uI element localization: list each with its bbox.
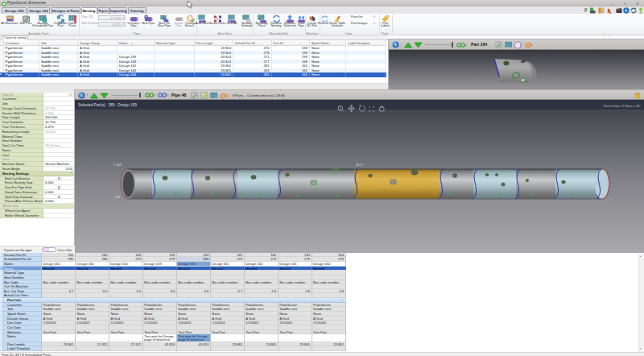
svg-text:1/8": 1/8" <box>115 196 121 199</box>
svg-text:Front View, X View = 26°: Front View, X View = 26° <box>604 104 641 108</box>
svg-text:1' 3/4": 1' 3/4" <box>114 164 122 167</box>
svg-text:Selected Part(s): 285: Desig: Selected Part(s): 285: Design 159 <box>78 103 137 107</box>
svg-text:28' 0": 28' 0" <box>356 164 364 167</box>
